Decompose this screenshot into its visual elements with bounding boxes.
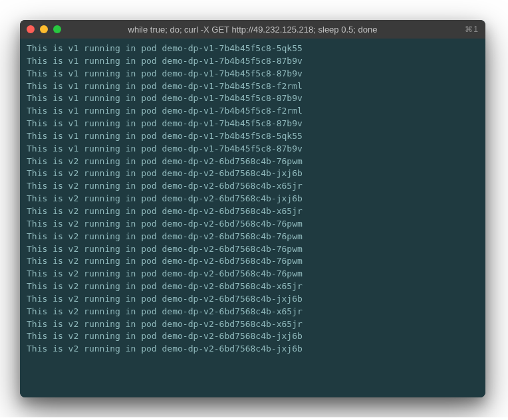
terminal-line: This is v1 running in pod demo-dp-v1-7b4… [27,105,479,118]
terminal-line: This is v1 running in pod demo-dp-v1-7b4… [27,55,479,68]
traffic-lights [27,25,61,33]
titlebar: while true; do; curl -X GET http://49.23… [20,20,485,39]
terminal-line: This is v1 running in pod demo-dp-v1-7b4… [27,143,479,156]
terminal-line: This is v2 running in pod demo-dp-v2-6bd… [27,243,479,256]
window-title: while true; do; curl -X GET http://49.23… [128,25,378,35]
terminal-line: This is v2 running in pod demo-dp-v2-6bd… [27,268,479,280]
maximize-icon[interactable] [53,25,61,33]
terminal-line: This is v1 running in pod demo-dp-v1-7b4… [27,92,479,105]
terminal-line: This is v2 running in pod demo-dp-v2-6bd… [27,280,479,293]
terminal-line: This is v2 running in pod demo-dp-v2-6bd… [27,218,479,231]
close-icon[interactable] [27,25,35,33]
terminal-line: This is v2 running in pod demo-dp-v2-6bd… [27,205,479,218]
terminal-line: This is v2 running in pod demo-dp-v2-6bd… [27,156,479,168]
terminal-line: This is v2 running in pod demo-dp-v2-6bd… [27,231,479,243]
terminal-line: This is v1 running in pod demo-dp-v1-7b4… [27,80,479,93]
terminal-line: This is v2 running in pod demo-dp-v2-6bd… [27,193,479,205]
terminal-window: while true; do; curl -X GET http://49.23… [20,20,485,397]
terminal-line: This is v1 running in pod demo-dp-v1-7b4… [27,43,479,55]
terminal-line: This is v2 running in pod demo-dp-v2-6bd… [27,255,479,268]
terminal-line: This is v1 running in pod demo-dp-v1-7b4… [27,118,479,130]
terminal-body[interactable]: This is v1 running in pod demo-dp-v1-7b4… [20,39,485,397]
terminal-line: This is v2 running in pod demo-dp-v2-6bd… [27,306,479,318]
terminal-line: This is v2 running in pod demo-dp-v2-6bd… [27,343,479,356]
terminal-line: This is v2 running in pod demo-dp-v2-6bd… [27,180,479,193]
terminal-line: This is v2 running in pod demo-dp-v2-6bd… [27,330,479,343]
terminal-line: This is v2 running in pod demo-dp-v2-6bd… [27,318,479,331]
minimize-icon[interactable] [40,25,48,33]
terminal-line: This is v1 running in pod demo-dp-v1-7b4… [27,130,479,143]
terminal-line: This is v2 running in pod demo-dp-v2-6bd… [27,167,479,180]
window-shortcut: ⌘1 [465,25,479,34]
terminal-line: This is v2 running in pod demo-dp-v2-6bd… [27,293,479,306]
terminal-line: This is v1 running in pod demo-dp-v1-7b4… [27,68,479,80]
